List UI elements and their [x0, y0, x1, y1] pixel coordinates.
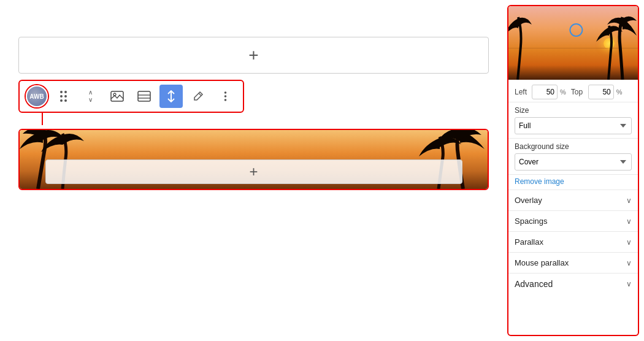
top-pct: % — [616, 88, 623, 96]
preview-palm-left — [508, 12, 536, 80]
awb-button[interactable]: AWB — [26, 85, 48, 107]
advanced-section[interactable]: Advanced ∨ — [508, 273, 638, 294]
left-position-group: Left % — [515, 85, 566, 99]
position-circle-marker[interactable] — [569, 23, 583, 37]
size-select[interactable]: Full Auto Custom — [515, 117, 632, 134]
spacings-label: Spacings — [515, 216, 547, 226]
svg-point-8 — [224, 95, 226, 98]
svg-rect-0 — [111, 91, 123, 101]
connector-line — [42, 113, 43, 125]
bg-image-content: + — [20, 130, 488, 189]
mouse-parallax-chevron: ∨ — [626, 259, 632, 267]
svg-point-7 — [224, 91, 226, 94]
bg-size-section: Background size Cover Contain Auto — [508, 138, 638, 174]
resize-icon — [165, 90, 177, 102]
remove-image-link[interactable]: Remove image — [508, 174, 638, 190]
edit-button[interactable] — [186, 85, 210, 108]
spacings-chevron: ∨ — [626, 217, 632, 226]
add-block-top[interactable]: + — [18, 37, 489, 74]
image-button[interactable] — [105, 85, 129, 108]
top-position-input[interactable] — [588, 85, 614, 99]
bg-size-select[interactable]: Cover Contain Auto — [515, 153, 632, 170]
svg-rect-2 — [138, 91, 150, 101]
overlay-section[interactable]: Overlay ∨ — [508, 190, 638, 210]
resize-button[interactable] — [159, 85, 183, 108]
add-block-in-bg[interactable]: + — [45, 159, 462, 184]
size-section: Size Full Auto Custom — [508, 102, 638, 138]
bg-size-label: Background size — [515, 142, 632, 151]
parallax-chevron: ∨ — [626, 238, 632, 247]
left-position-input[interactable] — [532, 85, 558, 99]
mouse-parallax-section[interactable]: Mouse parallax ∨ — [508, 252, 638, 273]
move-arrows[interactable]: ∧ ∨ — [79, 85, 102, 108]
advanced-chevron: ∨ — [626, 280, 632, 288]
position-row: Left % Top % — [508, 80, 638, 102]
mouse-parallax-label: Mouse parallax — [515, 258, 569, 267]
layout-button[interactable] — [132, 85, 156, 108]
editor-area: + AWB ∧ ∨ — [0, 0, 507, 341]
block-toolbar: AWB ∧ ∨ — [18, 80, 244, 113]
spacings-section[interactable]: Spacings ∨ — [508, 210, 638, 231]
move-up-icon: ∧ — [88, 89, 93, 96]
pencil-icon — [192, 90, 204, 102]
move-down-icon: ∨ — [88, 96, 93, 104]
image-preview — [508, 6, 638, 80]
add-block-plus-icon: + — [248, 45, 258, 65]
drag-handle[interactable] — [52, 85, 75, 108]
layout-icon — [137, 91, 151, 102]
left-label: Left — [515, 88, 529, 96]
svg-point-9 — [224, 99, 226, 101]
right-panel: Left % Top % Size Full Auto Custom Backg… — [507, 5, 639, 336]
drag-dots-icon — [58, 88, 69, 104]
advanced-label: Advanced — [515, 279, 553, 289]
left-pct: % — [560, 88, 566, 96]
bg-add-plus-icon: + — [249, 163, 258, 180]
top-label: Top — [571, 88, 586, 96]
size-label: Size — [515, 106, 632, 115]
parallax-label: Parallax — [515, 237, 543, 247]
image-icon — [110, 90, 124, 102]
preview-palm-right — [583, 12, 638, 80]
more-dots-icon — [224, 91, 227, 102]
top-position-group: Top % — [571, 85, 623, 99]
overlay-chevron: ∨ — [626, 196, 632, 205]
more-options-button[interactable] — [213, 85, 237, 108]
overlay-label: Overlay — [515, 196, 542, 205]
background-image-block: + ➜ — [18, 129, 489, 190]
svg-line-6 — [199, 93, 201, 96]
parallax-section[interactable]: Parallax ∨ — [508, 231, 638, 252]
